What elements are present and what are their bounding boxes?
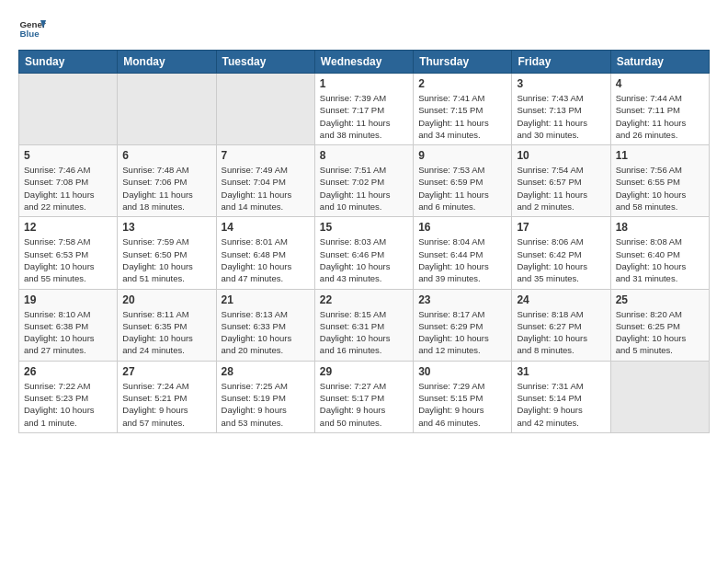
calendar-cell: 10Sunrise: 7:54 AM Sunset: 6:57 PM Dayli…	[512, 145, 610, 217]
calendar-cell: 12Sunrise: 7:58 AM Sunset: 6:53 PM Dayli…	[19, 217, 118, 289]
day-number: 19	[24, 293, 112, 306]
calendar-cell: 23Sunrise: 8:17 AM Sunset: 6:29 PM Dayli…	[414, 289, 512, 361]
logo-icon: General Blue	[18, 15, 46, 42]
day-info: Sunrise: 7:56 AM Sunset: 6:55 PM Dayligh…	[616, 164, 704, 213]
day-info: Sunrise: 8:13 AM Sunset: 6:33 PM Dayligh…	[222, 308, 310, 357]
calendar-cell: 9Sunrise: 7:53 AM Sunset: 6:59 PM Daylig…	[414, 145, 512, 217]
day-number: 16	[418, 221, 506, 234]
day-number: 11	[616, 149, 704, 162]
day-number: 7	[222, 149, 310, 162]
calendar-cell: 19Sunrise: 8:10 AM Sunset: 6:38 PM Dayli…	[19, 289, 118, 361]
day-number: 27	[122, 365, 210, 378]
calendar-cell: 25Sunrise: 8:20 AM Sunset: 6:25 PM Dayli…	[610, 289, 709, 361]
weekday-header-wednesday: Wednesday	[314, 51, 413, 74]
calendar-cell: 30Sunrise: 7:29 AM Sunset: 5:15 PM Dayli…	[414, 361, 512, 432]
calendar-cell: 22Sunrise: 8:15 AM Sunset: 6:31 PM Dayli…	[314, 289, 413, 361]
day-number: 22	[320, 293, 408, 306]
calendar-cell: 2Sunrise: 7:41 AM Sunset: 7:15 PM Daylig…	[414, 74, 512, 145]
calendar-cell: 15Sunrise: 8:03 AM Sunset: 6:46 PM Dayli…	[314, 217, 413, 289]
day-number: 8	[320, 149, 408, 162]
calendar-cell: 1Sunrise: 7:39 AM Sunset: 7:17 PM Daylig…	[314, 74, 413, 145]
day-number: 13	[122, 221, 210, 234]
calendar-cell: 5Sunrise: 7:46 AM Sunset: 7:08 PM Daylig…	[19, 145, 118, 217]
calendar-cell	[19, 74, 118, 145]
day-info: Sunrise: 8:10 AM Sunset: 6:38 PM Dayligh…	[24, 308, 112, 357]
day-number: 25	[616, 293, 704, 306]
day-info: Sunrise: 7:53 AM Sunset: 6:59 PM Dayligh…	[418, 164, 506, 213]
calendar-week-row: 1Sunrise: 7:39 AM Sunset: 7:17 PM Daylig…	[19, 74, 710, 145]
day-number: 6	[122, 149, 210, 162]
day-info: Sunrise: 7:31 AM Sunset: 5:14 PM Dayligh…	[517, 380, 605, 429]
day-info: Sunrise: 8:18 AM Sunset: 6:27 PM Dayligh…	[517, 308, 605, 357]
calendar-cell: 13Sunrise: 7:59 AM Sunset: 6:50 PM Dayli…	[118, 217, 216, 289]
weekday-header-thursday: Thursday	[414, 51, 512, 74]
day-info: Sunrise: 7:29 AM Sunset: 5:15 PM Dayligh…	[418, 380, 506, 429]
calendar-cell: 21Sunrise: 8:13 AM Sunset: 6:33 PM Dayli…	[216, 289, 314, 361]
day-number: 14	[222, 221, 310, 234]
day-info: Sunrise: 7:49 AM Sunset: 7:04 PM Dayligh…	[222, 164, 310, 213]
calendar-cell: 18Sunrise: 8:08 AM Sunset: 6:40 PM Dayli…	[610, 217, 709, 289]
day-number: 1	[320, 77, 408, 90]
day-info: Sunrise: 7:59 AM Sunset: 6:50 PM Dayligh…	[122, 236, 210, 284]
day-number: 23	[418, 293, 506, 306]
calendar-cell: 24Sunrise: 8:18 AM Sunset: 6:27 PM Dayli…	[512, 289, 610, 361]
day-info: Sunrise: 7:24 AM Sunset: 5:21 PM Dayligh…	[122, 380, 210, 429]
day-number: 12	[24, 221, 112, 234]
day-number: 18	[616, 221, 704, 234]
weekday-header-friday: Friday	[512, 51, 610, 74]
day-number: 28	[222, 365, 310, 378]
day-number: 24	[517, 293, 605, 306]
calendar-week-row: 12Sunrise: 7:58 AM Sunset: 6:53 PM Dayli…	[19, 217, 710, 289]
day-info: Sunrise: 7:27 AM Sunset: 5:17 PM Dayligh…	[320, 380, 408, 429]
day-info: Sunrise: 8:17 AM Sunset: 6:29 PM Dayligh…	[418, 308, 506, 357]
day-info: Sunrise: 7:39 AM Sunset: 7:17 PM Dayligh…	[320, 92, 408, 141]
weekday-header-tuesday: Tuesday	[216, 51, 314, 74]
calendar-cell: 17Sunrise: 8:06 AM Sunset: 6:42 PM Dayli…	[512, 217, 610, 289]
day-number: 21	[222, 293, 310, 306]
day-number: 3	[517, 77, 605, 90]
calendar-cell: 28Sunrise: 7:25 AM Sunset: 5:19 PM Dayli…	[216, 361, 314, 432]
day-info: Sunrise: 7:46 AM Sunset: 7:08 PM Dayligh…	[24, 164, 112, 213]
weekday-header-row: SundayMondayTuesdayWednesdayThursdayFrid…	[19, 51, 710, 74]
day-info: Sunrise: 8:08 AM Sunset: 6:40 PM Dayligh…	[616, 236, 704, 284]
calendar-cell: 20Sunrise: 8:11 AM Sunset: 6:35 PM Dayli…	[118, 289, 216, 361]
calendar-cell: 7Sunrise: 7:49 AM Sunset: 7:04 PM Daylig…	[216, 145, 314, 217]
svg-text:Blue: Blue	[20, 29, 40, 39]
day-info: Sunrise: 8:11 AM Sunset: 6:35 PM Dayligh…	[122, 308, 210, 357]
calendar-cell: 26Sunrise: 7:22 AM Sunset: 5:23 PM Dayli…	[19, 361, 118, 432]
day-number: 29	[320, 365, 408, 378]
day-info: Sunrise: 7:54 AM Sunset: 6:57 PM Dayligh…	[517, 164, 605, 213]
day-info: Sunrise: 7:58 AM Sunset: 6:53 PM Dayligh…	[24, 236, 112, 284]
day-info: Sunrise: 7:43 AM Sunset: 7:13 PM Dayligh…	[517, 92, 605, 141]
weekday-header-sunday: Sunday	[19, 51, 118, 74]
day-number: 4	[616, 77, 704, 90]
day-number: 20	[122, 293, 210, 306]
calendar-table: SundayMondayTuesdayWednesdayThursdayFrid…	[18, 50, 710, 433]
day-number: 10	[517, 149, 605, 162]
day-info: Sunrise: 7:22 AM Sunset: 5:23 PM Dayligh…	[24, 380, 112, 429]
calendar-week-row: 19Sunrise: 8:10 AM Sunset: 6:38 PM Dayli…	[19, 289, 710, 361]
day-info: Sunrise: 8:15 AM Sunset: 6:31 PM Dayligh…	[320, 308, 408, 357]
calendar-cell	[216, 74, 314, 145]
day-info: Sunrise: 7:41 AM Sunset: 7:15 PM Dayligh…	[418, 92, 506, 141]
calendar-cell: 31Sunrise: 7:31 AM Sunset: 5:14 PM Dayli…	[512, 361, 610, 432]
day-info: Sunrise: 7:25 AM Sunset: 5:19 PM Dayligh…	[222, 380, 310, 429]
calendar-cell: 14Sunrise: 8:01 AM Sunset: 6:48 PM Dayli…	[216, 217, 314, 289]
day-info: Sunrise: 8:20 AM Sunset: 6:25 PM Dayligh…	[616, 308, 704, 357]
page-header: General Blue	[18, 15, 710, 42]
calendar-cell	[610, 361, 709, 432]
calendar-cell: 27Sunrise: 7:24 AM Sunset: 5:21 PM Dayli…	[118, 361, 216, 432]
day-number: 5	[24, 149, 112, 162]
weekday-header-saturday: Saturday	[610, 51, 709, 74]
day-number: 30	[418, 365, 506, 378]
day-number: 9	[418, 149, 506, 162]
logo: General Blue	[18, 15, 46, 42]
calendar-cell: 8Sunrise: 7:51 AM Sunset: 7:02 PM Daylig…	[314, 145, 413, 217]
weekday-header-monday: Monday	[118, 51, 216, 74]
day-number: 15	[320, 221, 408, 234]
day-number: 31	[517, 365, 605, 378]
calendar-cell: 29Sunrise: 7:27 AM Sunset: 5:17 PM Dayli…	[314, 361, 413, 432]
calendar-cell: 16Sunrise: 8:04 AM Sunset: 6:44 PM Dayli…	[414, 217, 512, 289]
day-info: Sunrise: 8:03 AM Sunset: 6:46 PM Dayligh…	[320, 236, 408, 284]
day-number: 2	[418, 77, 506, 90]
